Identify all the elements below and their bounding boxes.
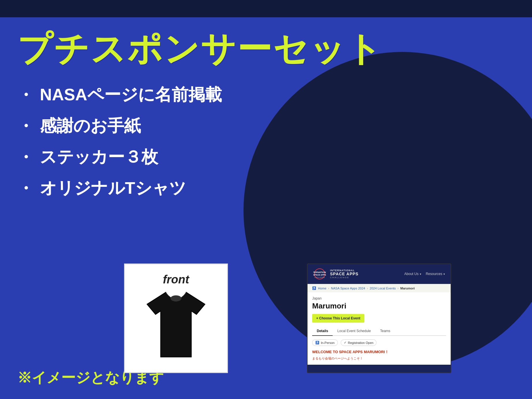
choose-local-event-button[interactable]: + Choose This Local Event [312,314,364,323]
web-logo-area: INTERNATIONAL SPACE APPS CHALLENGE INTER… [313,268,359,280]
svg-text:CHALLENGE: CHALLENGE [314,276,325,278]
breadcrumb-nasa[interactable]: NASA Space Apps 2024 [331,287,365,290]
bullet-text-4: オリジナルTシャツ [40,177,186,200]
tab-details[interactable]: Details [312,327,333,336]
logo-line2: SPACE APPS [330,272,359,276]
web-country: Japan [312,296,446,300]
badge-registration-open: ✓ Registration Open [341,339,377,346]
nav-item-about[interactable]: About Us ▾ [404,272,421,276]
bullet-dot: ・ [17,180,34,197]
web-content-area: Japan Marumori + Choose This Local Event… [308,292,451,365]
logo-line3: CHALLENGE [330,276,359,279]
svg-point-0 [171,295,181,301]
breadcrumb-home[interactable]: Home [318,287,326,290]
svg-text:SPACE APPS: SPACE APPS [313,274,326,276]
bullet-dot: ・ [17,86,34,103]
bullet-text-3: ステッカー３枚 [40,146,158,168]
tab-teams[interactable]: Teams [375,327,395,336]
nav-about-label: About Us [404,272,418,276]
breadcrumb-marumori: Marumori [400,287,415,290]
chevron-down-icon: ▾ [420,272,421,276]
tab-details-label: Details [317,329,328,333]
list-item: ・ NASAページに名前掲載 [17,84,222,106]
web-badges: ♿ In-Person ✓ Registration Open [312,339,446,346]
tab-schedule-label: Local Event Schedule [337,329,371,333]
web-header: INTERNATIONAL SPACE APPS CHALLENGE INTER… [308,264,451,284]
web-nav: About Us ▾ Resources ▾ [404,272,445,276]
tshirt-label: front [163,273,189,286]
chevron-down-icon: ▾ [443,272,445,276]
breadcrumb: ♿ Home › NASA Space Apps 2024 › 2024 Loc… [308,284,451,292]
bullet-dot: ・ [17,118,34,134]
tab-local-event-schedule[interactable]: Local Event Schedule [333,327,375,336]
list-item: ・ 感謝のお手紙 [17,115,222,137]
list-item: ・ ステッカー３枚 [17,146,222,168]
website-screenshot: INTERNATIONAL SPACE APPS CHALLENGE INTER… [307,264,451,373]
badge-registration-label: Registration Open [348,341,374,345]
check-icon: ✓ [344,341,346,345]
web-city: Marumori [312,302,446,310]
svg-text:INTERNATIONAL: INTERNATIONAL [313,271,326,274]
wheelchair-icon: ♿ [312,286,316,290]
bullet-dot: ・ [17,149,34,165]
web-welcome-subtext: まるもり会場のページへようこそ！ [312,356,446,361]
badge-in-person: ♿ In-Person [312,339,338,346]
tshirt-icon [141,289,211,364]
badge-in-person-label: In-Person [321,341,335,345]
bullet-text-1: NASAページに名前掲載 [40,84,222,106]
person-icon: ♿ [315,341,319,345]
top-bar [0,0,532,17]
breadcrumb-local-events[interactable]: 2024 Local Events [370,287,396,290]
bullet-text-2: 感謝のお手紙 [40,115,141,137]
nav-item-resources[interactable]: Resources ▾ [426,272,445,276]
tab-teams-label: Teams [380,329,390,333]
slide-container: プチスポンサーセット ・ NASAページに名前掲載 ・ 感謝のお手紙 ・ ステッ… [0,0,532,399]
list-item: ・ オリジナルTシャツ [17,177,222,200]
choose-btn-label: + Choose This Local Event [316,316,360,320]
main-title: プチスポンサーセット [17,26,383,73]
nav-resources-label: Resources [426,272,442,276]
web-tabs: Details Local Event Schedule Teams [312,327,446,336]
tshirt-image-box: front [124,264,228,373]
bullet-list: ・ NASAページに名前掲載 ・ 感謝のお手紙 ・ ステッカー３枚 ・ オリジナ… [17,84,222,208]
logo-text-block: INTERNATIONAL SPACE APPS CHALLENGE [330,269,359,279]
web-welcome-heading: WELCOME TO SPACE APPS MARUMORI！ [312,349,446,355]
space-apps-logo-icon: INTERNATIONAL SPACE APPS CHALLENGE [313,268,326,280]
